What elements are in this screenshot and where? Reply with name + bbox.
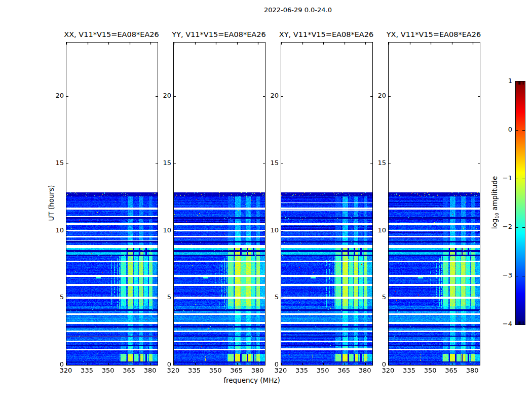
y-tick-label: 10 <box>373 227 386 234</box>
x-tick-label: 335 <box>293 367 311 374</box>
figure-title: 2022-06-29 0.0-24.0 <box>222 6 374 14</box>
x-tick-label: 350 <box>207 367 224 374</box>
y-tick-label: 15 <box>51 159 64 167</box>
y-tick-label: 20 <box>265 92 279 99</box>
spectrogram-canvas-xx <box>66 43 158 365</box>
x-tick-label: 320 <box>379 367 397 374</box>
y-tick-label: 5 <box>51 294 64 301</box>
colorbar-tick-label: 0 <box>497 126 512 133</box>
x-tick-label: 365 <box>121 367 138 374</box>
x-tick-label: 320 <box>57 367 74 374</box>
panel-title-xx: XX, V11*V15=EA08*EA26 <box>51 30 172 38</box>
colorbar-tick-label: −2 <box>497 223 512 230</box>
x-tick-label: 320 <box>272 367 289 374</box>
y-tick-label: 20 <box>158 92 171 99</box>
y-tick-label: 20 <box>373 92 386 99</box>
x-tick-label: 365 <box>443 367 460 374</box>
y-tick-label: 15 <box>373 159 386 167</box>
x-tick-label: 335 <box>79 367 96 374</box>
y-tick-label: 10 <box>158 227 171 234</box>
y-tick-label: 15 <box>158 159 171 167</box>
spectrogram-panel-yx <box>388 42 480 366</box>
y-tick-label: 5 <box>158 294 171 301</box>
spectrogram-canvas-yx <box>389 43 480 365</box>
x-tick-label: 350 <box>314 367 331 374</box>
spectrogram-canvas-yy <box>174 43 265 365</box>
y-tick-label: 5 <box>373 294 386 301</box>
y-tick-label: 0 <box>51 361 64 368</box>
y-tick-label: 0 <box>373 361 386 368</box>
y-tick-label: 5 <box>265 294 279 301</box>
y-tick-label: 0 <box>158 361 171 368</box>
x-tick-label: 365 <box>335 367 353 374</box>
colorbar-tick-label: −3 <box>497 272 512 279</box>
x-tick-label: 365 <box>228 367 245 374</box>
panel-title-xy: XY, V11*V15=EA08*EA26 <box>265 30 387 38</box>
colorbar-tick-label: −4 <box>497 320 512 328</box>
y-tick-label: 0 <box>265 361 279 368</box>
x-tick-label: 350 <box>99 367 117 374</box>
x-tick-label: 320 <box>165 367 182 374</box>
x-tick-label: 380 <box>141 367 159 374</box>
figure: 2022-06-29 0.0-24.0 XX, V11*V15=EA08*EA2… <box>0 0 532 405</box>
y-tick-label: 20 <box>51 92 64 99</box>
x-tick-label: 350 <box>422 367 439 374</box>
spectrogram-panel-xy <box>281 42 373 366</box>
colorbar-tick-label: −1 <box>497 175 512 182</box>
spectrogram-canvas-xy <box>281 43 372 365</box>
colorbar <box>515 81 525 325</box>
x-tick-label: 335 <box>401 367 418 374</box>
x-tick-label: 335 <box>186 367 203 374</box>
x-tick-label: 380 <box>249 367 266 374</box>
colorbar-gradient-canvas <box>516 82 525 325</box>
x-tick-label: 380 <box>464 367 481 374</box>
colorbar-label-sub: 10 <box>495 213 500 218</box>
y-tick-label: 15 <box>265 159 279 167</box>
y-tick-label: 10 <box>265 227 279 234</box>
spectrogram-panel-yy <box>173 42 265 366</box>
x-tick-label: 380 <box>356 367 373 374</box>
panel-title-yx: YX, V11*V15=EA08*EA26 <box>373 30 495 38</box>
colorbar-tick-label: 1 <box>497 77 512 85</box>
x-axis-label: frequency (MHz) <box>176 376 328 384</box>
spectrogram-panel-xx <box>66 42 158 366</box>
panel-title-yy: YY, V11*V15=EA08*EA26 <box>158 30 280 38</box>
y-tick-label: 10 <box>51 227 64 234</box>
